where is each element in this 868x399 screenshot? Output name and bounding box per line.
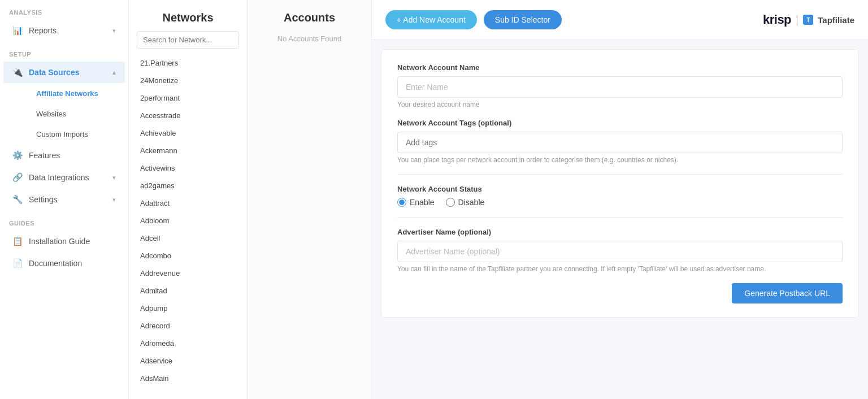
network-item[interactable]: Adromeda — [129, 335, 247, 352]
setup-section-label: Setup — [0, 42, 128, 61]
account-name-hint: Your desired account name — [397, 101, 843, 109]
status-radio-group: Enable Disable — [397, 198, 843, 207]
account-name-input[interactable] — [397, 76, 843, 98]
reports-label: Reports — [29, 26, 57, 35]
right-panel: + Add New Account Sub ID Selector krisp … — [372, 0, 868, 399]
network-item[interactable]: Adbloom — [129, 212, 247, 229]
header-bar: + Add New Account Sub ID Selector krisp … — [372, 0, 868, 40]
accounts-empty-text: No Accounts Found — [248, 29, 371, 49]
network-item[interactable]: 2performant — [129, 89, 247, 107]
network-item[interactable]: Achievable — [129, 124, 247, 142]
documentation-icon: 📄 — [12, 258, 23, 268]
settings-arrow: ▾ — [112, 196, 116, 203]
network-item[interactable]: 21.Partners — [129, 54, 247, 72]
status-group: Network Account Status Enable Disable — [397, 185, 843, 207]
sidebar-item-reports[interactable]: 📊 Reports ▾ — [3, 20, 125, 41]
network-item[interactable]: ad2games — [129, 177, 247, 194]
disable-label: Disable — [458, 198, 485, 207]
data-integrations-icon: 🔗 — [12, 172, 23, 183]
sidebar-item-documentation[interactable]: 📄 Documentation — [3, 253, 125, 274]
krisp-brand: krisp — [763, 12, 791, 27]
reports-arrow: ▾ — [112, 27, 116, 34]
sidebar-item-websites[interactable]: Websites — [27, 104, 125, 124]
tapfiliate-icon: T — [803, 15, 813, 25]
networks-title: Networks — [129, 0, 247, 31]
advertiser-label: Advertiser Name (optional) — [397, 228, 843, 236]
network-item[interactable]: Adpump — [129, 300, 247, 317]
form-panel: Network Account Name Your desired accoun… — [381, 49, 859, 318]
advertiser-hint: You can fill in the name of the Tapfilia… — [397, 265, 843, 273]
sidebar-item-data-sources[interactable]: 🔌 Data Sources ▴ — [3, 62, 125, 83]
sidebar-section-setup: Setup 🔌 Data Sources ▴ Affiliate Network… — [0, 42, 128, 211]
network-item[interactable]: 24Monetize — [129, 72, 247, 89]
affiliate-networks-label: Affiliate Networks — [36, 89, 98, 98]
data-sources-label: Data Sources — [29, 68, 79, 77]
network-item[interactable]: Accesstrade — [129, 107, 247, 124]
networks-list: 21.Partners24Monetize2performantAccesstr… — [129, 54, 247, 399]
custom-imports-label: Custom Imports — [36, 130, 88, 138]
enable-radio-option[interactable]: Enable — [397, 198, 435, 207]
account-name-label: Network Account Name — [397, 63, 843, 72]
generate-postback-url-button[interactable]: Generate Postback URL — [732, 283, 843, 303]
documentation-label: Documentation — [29, 259, 82, 268]
advertiser-group: Advertiser Name (optional) You can fill … — [397, 228, 843, 273]
sidebar-item-affiliate-networks[interactable]: Affiliate Networks — [27, 84, 125, 103]
accounts-panel: Accounts No Accounts Found — [248, 0, 372, 399]
data-sources-sub: Affiliate Networks Websites Custom Impor… — [0, 84, 128, 144]
guides-section-label: Guides — [0, 211, 128, 230]
websites-label: Websites — [36, 110, 66, 118]
main-content: Networks 21.Partners24Monetize2performan… — [129, 0, 868, 399]
network-item[interactable]: Adservice — [129, 352, 247, 370]
network-item[interactable]: Adattract — [129, 194, 247, 212]
settings-label: Settings — [29, 195, 58, 204]
enable-label: Enable — [410, 198, 435, 207]
analysis-section-label: Analysis — [0, 0, 128, 19]
sidebar: Analysis 📊 Reports ▾ Setup 🔌 Data Source… — [0, 0, 129, 399]
data-sources-icon: 🔌 — [12, 67, 23, 77]
settings-icon: 🔧 — [12, 194, 23, 205]
data-integrations-label: Data Integrations — [29, 173, 89, 182]
tags-input[interactable] — [397, 132, 843, 153]
installation-guide-label: Installation Guide — [29, 237, 90, 246]
sidebar-section-guides: Guides 📋 Installation Guide 📄 Documentat… — [0, 211, 128, 275]
data-sources-arrow: ▴ — [112, 69, 116, 76]
status-label: Network Account Status — [397, 185, 843, 193]
enable-radio[interactable] — [397, 198, 406, 207]
tags-label: Network Account Tags (optional) — [397, 119, 843, 127]
sidebar-section-analysis: Analysis 📊 Reports ▾ — [0, 0, 128, 42]
sidebar-item-custom-imports[interactable]: Custom Imports — [27, 124, 125, 144]
disable-radio-option[interactable]: Disable — [446, 198, 485, 207]
reports-icon: 📊 — [12, 25, 23, 36]
brand-separator: | — [796, 14, 798, 27]
features-icon: ⚙️ — [12, 150, 23, 161]
add-new-account-button[interactable]: + Add New Account — [385, 10, 477, 29]
network-item[interactable]: Addrevenue — [129, 264, 247, 282]
features-label: Features — [29, 151, 60, 160]
accounts-title: Accounts — [248, 0, 371, 29]
tags-hint: You can place tags per network account i… — [397, 156, 843, 164]
tapfiliate-brand: Tapfiliate — [818, 15, 854, 25]
form-divider-1 — [397, 174, 843, 175]
sidebar-item-features[interactable]: ⚙️ Features — [3, 145, 125, 166]
form-divider-2 — [397, 217, 843, 218]
network-item[interactable]: Ackermann — [129, 142, 247, 159]
sidebar-item-data-integrations[interactable]: 🔗 Data Integrations ▾ — [3, 167, 125, 188]
network-item[interactable]: Admitad — [129, 282, 247, 300]
disable-radio[interactable] — [446, 198, 455, 207]
tags-group: Network Account Tags (optional) You can … — [397, 119, 843, 164]
network-item[interactable]: Activewins — [129, 159, 247, 177]
sidebar-item-installation-guide[interactable]: 📋 Installation Guide — [3, 231, 125, 252]
brand-logos: krisp | T Tapfiliate — [763, 12, 854, 27]
network-item[interactable]: Adcell — [129, 229, 247, 247]
network-item[interactable]: AdsMain — [129, 370, 247, 387]
networks-panel: Networks 21.Partners24Monetize2performan… — [129, 0, 248, 399]
sub-id-selector-button[interactable]: Sub ID Selector — [484, 10, 562, 29]
network-search-input[interactable] — [137, 31, 239, 49]
account-name-group: Network Account Name Your desired accoun… — [397, 63, 843, 109]
network-item[interactable]: Adrecord — [129, 317, 247, 335]
advertiser-name-input[interactable] — [397, 241, 843, 262]
sidebar-item-settings[interactable]: 🔧 Settings ▾ — [3, 189, 125, 210]
installation-guide-icon: 📋 — [12, 236, 23, 246]
data-integrations-arrow: ▾ — [112, 174, 116, 181]
network-item[interactable]: Adcombo — [129, 247, 247, 264]
